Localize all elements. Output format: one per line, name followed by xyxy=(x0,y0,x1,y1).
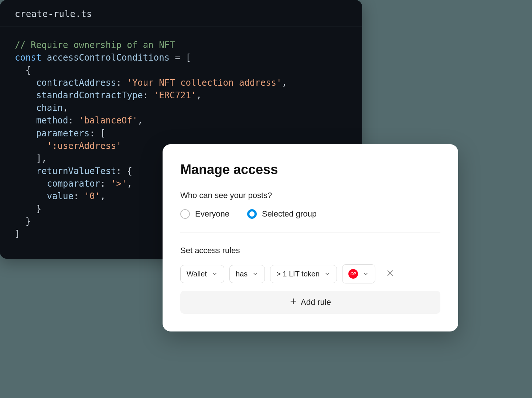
divider xyxy=(180,232,440,232)
radio-circle-icon xyxy=(180,209,190,219)
rule-verb-value: has xyxy=(236,270,248,278)
rule-object-select[interactable]: > 1 LIT token xyxy=(270,265,337,283)
add-rule-button[interactable]: Add rule xyxy=(180,291,440,314)
chevron-down-icon xyxy=(362,271,369,277)
code-var-name: accessControlConditions xyxy=(47,52,170,63)
rule-row: Wallet has > 1 LIT token OP xyxy=(180,264,440,283)
radio-label-everyone: Everyone xyxy=(195,209,229,219)
rule-subject-value: Wallet xyxy=(187,270,207,278)
manage-access-card: Manage access Who can see your posts? Ev… xyxy=(163,144,458,331)
chevron-down-icon xyxy=(324,271,331,277)
optimism-badge-icon: OP xyxy=(348,269,358,279)
set-access-rules-title: Set access rules xyxy=(180,246,440,255)
add-rule-label: Add rule xyxy=(301,297,331,307)
remove-rule-button[interactable] xyxy=(383,267,397,280)
close-icon xyxy=(386,269,394,279)
manage-access-question: Who can see your posts? xyxy=(180,191,440,200)
radio-selected-group[interactable]: Selected group xyxy=(247,209,317,219)
code-keyword-const: const xyxy=(15,52,41,63)
chevron-down-icon xyxy=(252,271,259,277)
code-comment: // Require ownership of an NFT xyxy=(15,40,175,50)
plus-icon xyxy=(290,297,297,307)
radio-everyone[interactable]: Everyone xyxy=(180,209,229,219)
rule-object-value: > 1 LIT token xyxy=(276,270,320,278)
chevron-down-icon xyxy=(211,271,218,277)
radio-label-selected-group: Selected group xyxy=(262,209,317,219)
radio-circle-selected-icon xyxy=(247,209,257,219)
rule-chain-select[interactable]: OP xyxy=(342,264,375,283)
manage-access-title: Manage access xyxy=(180,162,440,177)
rule-verb-select[interactable]: has xyxy=(229,265,265,283)
visibility-radio-group: Everyone Selected group xyxy=(180,209,440,219)
rule-subject-select[interactable]: Wallet xyxy=(180,265,224,283)
code-filename: create-rule.ts xyxy=(0,0,362,27)
